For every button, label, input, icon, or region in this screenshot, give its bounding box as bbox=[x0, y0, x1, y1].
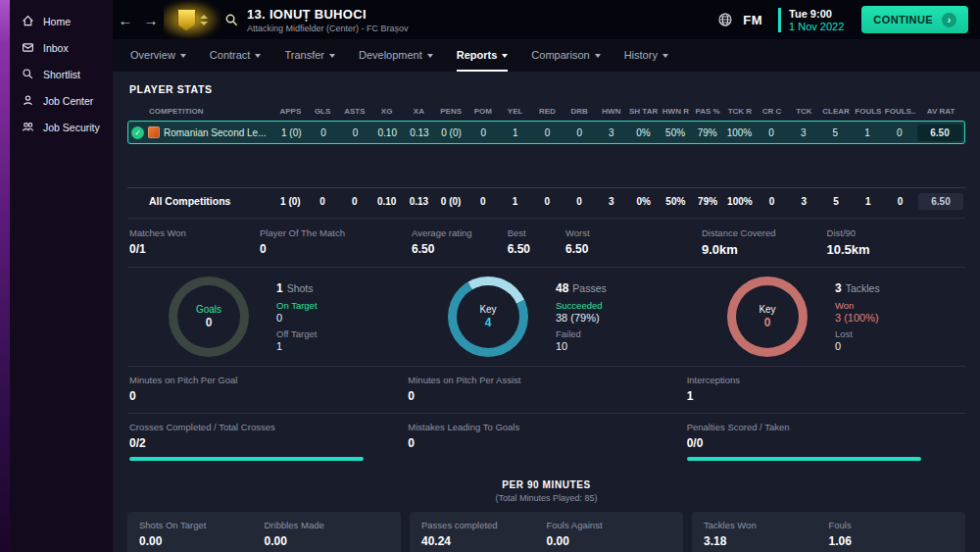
per90-subtitle: (Total Minutes Played: 85) bbox=[127, 493, 965, 503]
competition-name: Romanian Second Le... bbox=[164, 127, 267, 138]
sidebar-item-label: Inbox bbox=[43, 42, 69, 54]
stat-label: Mistakes Leading To Goals bbox=[408, 422, 642, 432]
column-header-gls[interactable]: GLS bbox=[307, 107, 339, 116]
column-header-xa[interactable]: XA bbox=[403, 107, 435, 116]
stat-cell: 79% bbox=[691, 127, 723, 138]
sidebar-item-job-center[interactable]: Job Center bbox=[10, 87, 113, 114]
stat-label: Distance Covered bbox=[702, 227, 776, 238]
column-header-fouls[interactable]: FOULS bbox=[853, 107, 885, 116]
stat-cell: 0 (0) bbox=[435, 127, 467, 138]
fm-logo: FM bbox=[743, 13, 762, 27]
sidebar-item-shortlist[interactable]: Shortlist bbox=[10, 61, 113, 87]
stat-value: 10 bbox=[556, 340, 607, 352]
shots-on-target: On Target 0 bbox=[276, 300, 318, 324]
club-badge-button[interactable] bbox=[164, 0, 220, 39]
column-header-hwn-r[interactable]: HWN R bbox=[660, 107, 692, 116]
stat-label: Dist/90 bbox=[827, 227, 870, 238]
column-header-tck[interactable]: TCK bbox=[788, 107, 820, 116]
stat-label: Lost bbox=[835, 328, 880, 339]
fouls-per90: Fouls 1.06 bbox=[829, 520, 955, 548]
stat-label: Best bbox=[508, 227, 530, 238]
column-header-pas-[interactable]: PAS % bbox=[692, 107, 724, 116]
tab-label: Overview bbox=[130, 49, 175, 61]
average-rating-stat: Average rating 6.50 bbox=[412, 227, 472, 257]
column-header-clear[interactable]: CLEAR bbox=[820, 107, 853, 116]
stat-cell: 0 bbox=[531, 127, 564, 138]
donut-value: 0 bbox=[764, 316, 771, 329]
total-stat-cell: 0 bbox=[531, 196, 564, 207]
stat-value: 6.50 bbox=[565, 242, 590, 256]
tackles-won: Won 3 (100%) bbox=[835, 300, 880, 324]
tab-comparison[interactable]: Comparison bbox=[531, 39, 600, 72]
stat-cell: 0 bbox=[883, 127, 915, 138]
game-time: Tue 9:00 bbox=[789, 8, 844, 20]
total-stat-cell: 0 bbox=[564, 196, 596, 207]
back-button[interactable]: ← bbox=[113, 12, 138, 28]
tackles-stats: 3Tackles Won 3 (100%) Lost 0 bbox=[835, 281, 880, 352]
total-stat-cell: 0.10 bbox=[370, 196, 403, 207]
stat-value: 0 bbox=[276, 312, 318, 324]
stat-value: 9.0km bbox=[702, 242, 776, 257]
shots-on-target-per90: Shots On Target 0.00 bbox=[139, 520, 265, 548]
stat-value: 0 bbox=[129, 389, 364, 403]
badge-spinner[interactable] bbox=[200, 15, 208, 25]
column-header-av-rat[interactable]: AV RAT bbox=[916, 107, 965, 116]
per90-header: PER 90 MINUTES (Total Minutes Played: 85… bbox=[127, 479, 965, 503]
column-header-fouls-[interactable]: FOULS.. bbox=[884, 107, 916, 116]
goals-donut-chart: Goals 0 bbox=[169, 276, 249, 357]
stat-label: Fouls bbox=[829, 520, 955, 530]
matches-won-stat: Matches Won 0/1 bbox=[129, 227, 260, 257]
tab-history[interactable]: History bbox=[624, 39, 668, 72]
column-header-competition[interactable]: COMPETITION bbox=[127, 107, 274, 116]
column-header-pens[interactable]: PENS bbox=[435, 107, 467, 116]
total-stat-cell: 0 bbox=[467, 196, 500, 207]
chevron-down-icon bbox=[200, 22, 208, 25]
world-button[interactable] bbox=[717, 12, 733, 27]
tab-reports[interactable]: Reports bbox=[457, 39, 509, 72]
sidebar-item-job-security[interactable]: Job Security bbox=[10, 114, 113, 140]
forward-button[interactable]: → bbox=[138, 12, 164, 28]
search-button[interactable] bbox=[224, 13, 239, 27]
total-stat-cell: 0.13 bbox=[403, 196, 435, 207]
left-accent-strip bbox=[0, 0, 10, 552]
rating-group: Average rating 6.50 Best 6.50 Worst 6.50 bbox=[412, 227, 698, 257]
column-header-apps[interactable]: APPS bbox=[274, 107, 307, 116]
stat-value: 0 bbox=[408, 389, 642, 403]
stat-label: Worst bbox=[565, 227, 590, 238]
continue-button[interactable]: CONTINUE › bbox=[861, 6, 968, 33]
home-icon bbox=[22, 15, 34, 27]
stat-cell: 5 bbox=[819, 127, 852, 138]
crosses-progress-bar bbox=[129, 457, 364, 461]
column-header-hwn[interactable]: HWN bbox=[596, 107, 628, 116]
stat-value: 3.18 bbox=[704, 534, 829, 548]
column-header-asts[interactable]: ASTS bbox=[339, 107, 371, 116]
tab-overview[interactable]: Overview bbox=[130, 39, 186, 72]
tab-label: Contract bbox=[210, 49, 251, 61]
total-stat-cell: 1 bbox=[853, 196, 885, 207]
total-stat-cell: 5 bbox=[820, 196, 853, 207]
tab-development[interactable]: Development bbox=[359, 39, 433, 72]
content-area: PLAYER STATS COMPETITIONAPPSGLSASTSXGXAP… bbox=[113, 72, 980, 552]
passes-stats: 48Passes Succeeded 38 (79%) Failed 10 bbox=[556, 281, 607, 352]
tab-contract[interactable]: Contract bbox=[210, 39, 262, 72]
column-header-drb[interactable]: DRB bbox=[564, 107, 596, 116]
column-header-xg[interactable]: XG bbox=[370, 107, 403, 116]
column-header-cr-c[interactable]: CR C bbox=[756, 107, 788, 116]
sidebar-item-home[interactable]: Home bbox=[10, 8, 113, 34]
tab-label: Transfer bbox=[284, 49, 324, 61]
column-header-pom[interactable]: POM bbox=[467, 107, 500, 116]
tab-label: History bbox=[624, 49, 658, 61]
table-row[interactable]: ✓ Romanian Second Le... 1 (0)000.100.130… bbox=[127, 121, 965, 144]
tab-transfer[interactable]: Transfer bbox=[284, 39, 335, 72]
player-of-match-stat: Player Of The Match 0 bbox=[260, 227, 412, 257]
per90-panel-tackles-fouls: Tackles Won 3.18 Fouls 1.06 bbox=[692, 512, 965, 552]
column-header-tck-r[interactable]: TCK R bbox=[724, 107, 757, 116]
passes-failed: Failed 10 bbox=[556, 328, 607, 352]
per90-panels: Shots On Target 0.00 Dribbles Made 0.00 … bbox=[127, 512, 965, 552]
column-header-yel[interactable]: YEL bbox=[499, 107, 531, 116]
column-header-red[interactable]: RED bbox=[531, 107, 564, 116]
sidebar-item-inbox[interactable]: Inbox bbox=[10, 34, 113, 61]
stat-label: Passes completed bbox=[421, 520, 547, 530]
sidebar-item-label: Job Center bbox=[43, 95, 93, 107]
column-header-sh-tar[interactable]: SH TAR bbox=[627, 107, 660, 116]
